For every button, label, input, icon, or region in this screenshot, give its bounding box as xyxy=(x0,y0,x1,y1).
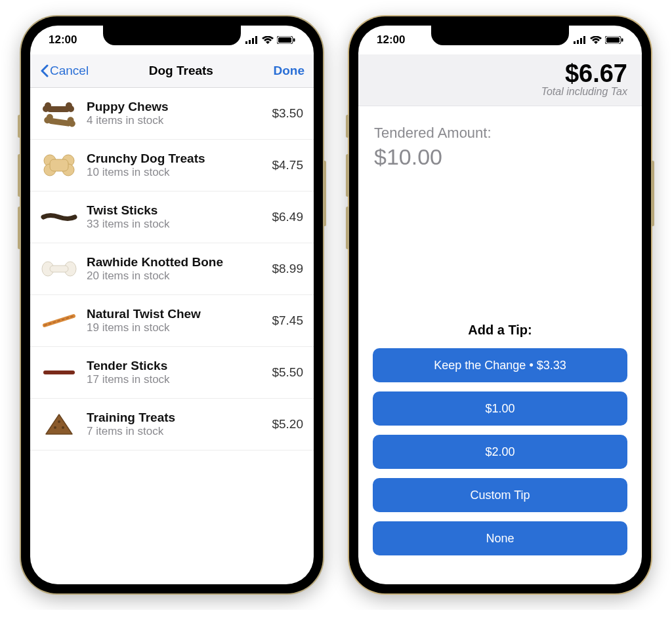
product-thumb-bone-pile-icon xyxy=(41,97,77,130)
product-stock: 33 items in stock xyxy=(87,218,262,231)
wifi-icon xyxy=(262,36,274,44)
svg-rect-29 xyxy=(574,41,576,44)
product-name: Puppy Chews xyxy=(87,100,262,114)
svg-point-27 xyxy=(62,426,64,429)
product-name: Twist Sticks xyxy=(87,203,262,218)
product-price: $4.75 xyxy=(272,158,303,172)
product-stock: 19 items in stock xyxy=(87,321,262,334)
phone-frame-right: 12:00 $6.67 Total including Tax Tendered… xyxy=(349,16,651,593)
product-price: $6.49 xyxy=(272,210,303,224)
notch xyxy=(103,26,241,45)
svg-rect-31 xyxy=(580,38,582,44)
svg-rect-34 xyxy=(606,37,620,43)
done-button[interactable]: Done xyxy=(273,64,304,78)
product-price: $7.45 xyxy=(272,313,303,328)
tip-button-2[interactable]: $2.00 xyxy=(373,435,627,469)
product-price: $8.99 xyxy=(272,262,303,276)
wifi-icon xyxy=(590,36,602,44)
product-thumb-orange-stick-icon xyxy=(41,304,77,337)
total-sub: Total including Tax xyxy=(373,86,627,98)
product-row[interactable]: Natural Twist Chew19 items in stock$7.45 xyxy=(30,295,314,347)
tip-button-1[interactable]: $1.00 xyxy=(373,391,627,426)
svg-rect-3 xyxy=(255,36,257,44)
product-stock: 10 items in stock xyxy=(87,166,262,179)
status-time: 12:00 xyxy=(49,33,77,47)
tip-button-0[interactable]: Keep the Change • $3.33 xyxy=(373,348,627,382)
svg-rect-0 xyxy=(245,41,247,44)
cancel-label: Cancel xyxy=(50,64,89,78)
tendered-block: Tendered Amount: $10.00 xyxy=(358,106,642,170)
svg-rect-6 xyxy=(293,39,295,42)
product-thumb-red-stick-icon xyxy=(41,356,77,389)
svg-rect-1 xyxy=(249,40,251,44)
product-stock: 4 items in stock xyxy=(87,114,262,127)
product-row[interactable]: Tender Sticks17 items in stock$5.50 xyxy=(30,347,314,399)
product-name: Crunchy Dog Treats xyxy=(87,151,262,166)
tendered-amount: $10.00 xyxy=(374,144,626,170)
product-row[interactable]: Crunchy Dog Treats10 items in stock$4.75 xyxy=(30,140,314,191)
svg-rect-21 xyxy=(50,159,68,171)
svg-rect-30 xyxy=(577,40,579,44)
product-thumb-triangle-icon xyxy=(41,408,77,441)
product-stock: 17 items in stock xyxy=(87,373,262,386)
cellular-icon xyxy=(574,36,587,44)
svg-rect-35 xyxy=(621,39,623,42)
svg-rect-32 xyxy=(583,36,585,44)
product-thumb-knot-bone-icon xyxy=(41,252,77,285)
page-title: Dog Treats xyxy=(149,64,213,78)
product-list: Puppy Chews4 items in stock$3.50Crunchy … xyxy=(30,88,314,451)
chevron-left-icon xyxy=(39,64,49,77)
tip-button-3[interactable]: Custom Tip xyxy=(373,478,627,512)
tip-section: Add a Tip: Keep the Change • $3.33$1.00$… xyxy=(358,323,642,565)
product-name: Tender Sticks xyxy=(87,359,262,373)
product-row[interactable]: Rawhide Knotted Bone20 items in stock$8.… xyxy=(30,243,314,295)
product-row[interactable]: Twist Sticks33 items in stock$6.49 xyxy=(30,191,314,243)
product-stock: 7 items in stock xyxy=(87,425,262,438)
tendered-label: Tendered Amount: xyxy=(374,125,626,142)
svg-point-26 xyxy=(54,426,56,429)
svg-point-11 xyxy=(66,102,72,109)
status-time: 12:00 xyxy=(377,33,405,47)
svg-point-28 xyxy=(58,420,60,423)
cancel-button[interactable]: Cancel xyxy=(39,64,89,78)
product-name: Training Treats xyxy=(87,411,262,425)
phone-frame-left: 12:00 Cancel Dog Treats Done Puppy Chews… xyxy=(21,16,323,593)
notch xyxy=(431,26,569,45)
svg-rect-25 xyxy=(43,371,75,374)
product-price: $5.50 xyxy=(272,365,303,380)
total-amount: $6.67 xyxy=(373,61,627,86)
product-thumb-biscuit-icon xyxy=(41,149,77,182)
tip-button-4[interactable]: None xyxy=(373,521,627,555)
battery-icon xyxy=(277,36,295,44)
product-price: $3.50 xyxy=(272,106,303,121)
product-price: $5.20 xyxy=(272,417,303,431)
battery-icon xyxy=(605,36,623,44)
total-bar: $6.67 Total including Tax xyxy=(358,54,642,106)
product-name: Natural Twist Chew xyxy=(87,307,262,321)
product-thumb-dark-stick-icon xyxy=(41,201,77,233)
svg-rect-24 xyxy=(50,266,68,272)
nav-bar: Cancel Dog Treats Done xyxy=(30,54,314,88)
svg-rect-5 xyxy=(278,37,291,43)
svg-rect-2 xyxy=(252,38,254,44)
product-stock: 20 items in stock xyxy=(87,270,262,283)
product-name: Rawhide Knotted Bone xyxy=(87,255,262,270)
tip-title: Add a Tip: xyxy=(373,323,627,338)
product-row[interactable]: Training Treats7 items in stock$5.20 xyxy=(30,399,314,451)
product-row[interactable]: Puppy Chews4 items in stock$3.50 xyxy=(30,88,314,140)
cellular-icon xyxy=(245,36,259,44)
